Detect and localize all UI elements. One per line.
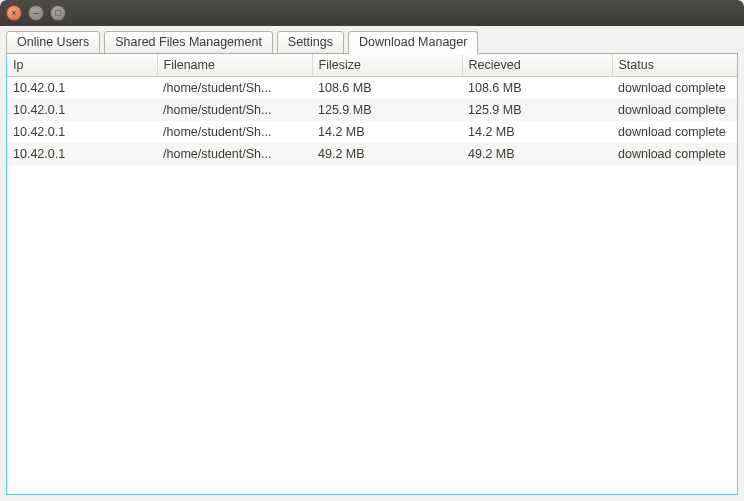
maximize-icon[interactable]: □ <box>50 5 66 21</box>
cell-filename: /home/student/Sh... <box>157 99 312 121</box>
downloads-table: Ip Filename Filesize Recieved Status 10.… <box>7 54 737 165</box>
cell-filename: /home/student/Sh... <box>157 121 312 143</box>
cell-status: download complete <box>612 77 737 99</box>
cell-status: download complete <box>612 121 737 143</box>
cell-filename: /home/student/Sh... <box>157 143 312 165</box>
tab-download-manager[interactable]: Download Manager <box>348 31 478 55</box>
cell-ip: 10.42.0.1 <box>7 99 157 121</box>
col-header-recieved[interactable]: Recieved <box>462 54 612 77</box>
tab-shared-files[interactable]: Shared Files Management <box>104 31 273 55</box>
col-header-filename[interactable]: Filename <box>157 54 312 77</box>
close-icon[interactable]: × <box>6 5 22 21</box>
tab-bar: Online Users Shared Files Management Set… <box>6 30 738 54</box>
minimize-icon[interactable]: – <box>28 5 44 21</box>
content-area: Online Users Shared Files Management Set… <box>0 26 744 501</box>
cell-filesize: 125.9 MB <box>312 99 462 121</box>
cell-ip: 10.42.0.1 <box>7 121 157 143</box>
table-row[interactable]: 10.42.0.1/home/student/Sh...14.2 MB14.2 … <box>7 121 737 143</box>
cell-recieved: 108.6 MB <box>462 77 612 99</box>
cell-ip: 10.42.0.1 <box>7 143 157 165</box>
table-header-row: Ip Filename Filesize Recieved Status <box>7 54 737 77</box>
maximize-glyph: □ <box>55 8 60 18</box>
tab-settings[interactable]: Settings <box>277 31 344 55</box>
cell-status: download complete <box>612 143 737 165</box>
cell-recieved: 125.9 MB <box>462 99 612 121</box>
tab-online-users[interactable]: Online Users <box>6 31 100 55</box>
minimize-glyph: – <box>33 8 38 18</box>
table-row[interactable]: 10.42.0.1/home/student/Sh...49.2 MB49.2 … <box>7 143 737 165</box>
col-header-filesize[interactable]: Filesize <box>312 54 462 77</box>
table-row[interactable]: 10.42.0.1/home/student/Sh...108.6 MB108.… <box>7 77 737 99</box>
cell-filesize: 49.2 MB <box>312 143 462 165</box>
download-manager-panel: Ip Filename Filesize Recieved Status 10.… <box>6 53 738 495</box>
col-header-ip[interactable]: Ip <box>7 54 157 77</box>
table-row[interactable]: 10.42.0.1/home/student/Sh...125.9 MB125.… <box>7 99 737 121</box>
cell-filesize: 108.6 MB <box>312 77 462 99</box>
cell-filename: /home/student/Sh... <box>157 77 312 99</box>
cell-recieved: 49.2 MB <box>462 143 612 165</box>
cell-filesize: 14.2 MB <box>312 121 462 143</box>
app-window: × – □ Online Users Shared Files Manageme… <box>0 0 744 501</box>
cell-ip: 10.42.0.1 <box>7 77 157 99</box>
cell-recieved: 14.2 MB <box>462 121 612 143</box>
cell-status: download complete <box>612 99 737 121</box>
col-header-status[interactable]: Status <box>612 54 737 77</box>
titlebar[interactable]: × – □ <box>0 0 744 26</box>
close-glyph: × <box>11 8 16 18</box>
